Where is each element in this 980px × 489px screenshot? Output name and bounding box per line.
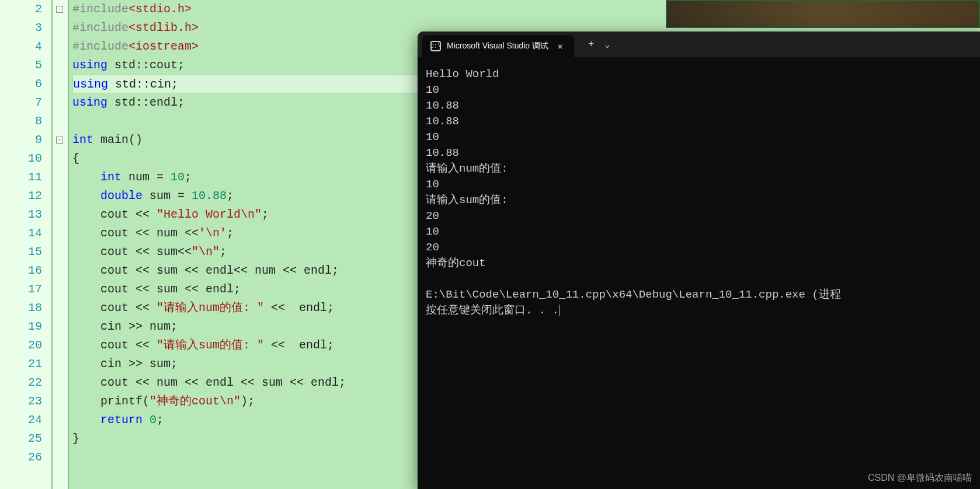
watermark: CSDN @卑微码农南喵喵 [868, 472, 972, 484]
line-number: 13 [0, 205, 42, 224]
code-line[interactable]: #include<stdio.h> [72, 0, 666, 19]
line-number-gutter: 2345678910111213141516171819202122232425… [0, 0, 53, 489]
line-number: 25 [0, 429, 42, 448]
line-number: 7 [0, 93, 42, 112]
line-number: 26 [0, 448, 42, 467]
line-number: 18 [0, 299, 42, 317]
terminal-title-actions: + ⌄ [574, 32, 610, 57]
line-number: 11 [0, 168, 42, 187]
line-number: 23 [0, 392, 42, 411]
line-number: 14 [0, 224, 42, 243]
line-number: 2 [0, 0, 42, 19]
terminal-tab-title: Microsoft Visual Studio 调试 [447, 41, 548, 51]
fold-margin: -- [53, 0, 69, 489]
new-tab-button[interactable]: + [588, 39, 594, 50]
preview-thumbnail [666, 0, 980, 28]
terminal-output[interactable]: Hello World 10 10.88 10.88 10 10.88 请输入n… [418, 57, 980, 328]
line-number: 8 [0, 112, 42, 131]
line-number: 16 [0, 261, 42, 280]
line-number: 17 [0, 280, 42, 299]
terminal-tab[interactable]: C:\ Microsoft Visual Studio 调试 ✕ [422, 35, 574, 57]
line-number: 20 [0, 336, 42, 355]
fold-toggle-icon[interactable]: - [56, 137, 63, 144]
line-number: 24 [0, 411, 42, 429]
close-icon[interactable]: ✕ [554, 41, 566, 51]
line-number: 12 [0, 187, 42, 205]
terminal-icon: C:\ [430, 41, 441, 51]
cursor [559, 305, 559, 316]
line-number: 4 [0, 37, 42, 56]
tab-dropdown-icon[interactable]: ⌄ [604, 39, 610, 50]
line-number: 5 [0, 56, 42, 75]
line-number: 10 [0, 149, 42, 168]
terminal-title-bar[interactable]: C:\ Microsoft Visual Studio 调试 ✕ + ⌄ [418, 32, 980, 57]
line-number: 15 [0, 243, 42, 261]
line-number: 19 [0, 317, 42, 336]
line-number: 6 [0, 75, 42, 93]
terminal-window: C:\ Microsoft Visual Studio 调试 ✕ + ⌄ Hel… [418, 32, 980, 489]
line-number: 21 [0, 355, 42, 373]
line-number: 3 [0, 19, 42, 37]
line-number: 22 [0, 373, 42, 392]
line-number: 9 [0, 131, 42, 149]
fold-toggle-icon[interactable]: - [56, 6, 63, 13]
